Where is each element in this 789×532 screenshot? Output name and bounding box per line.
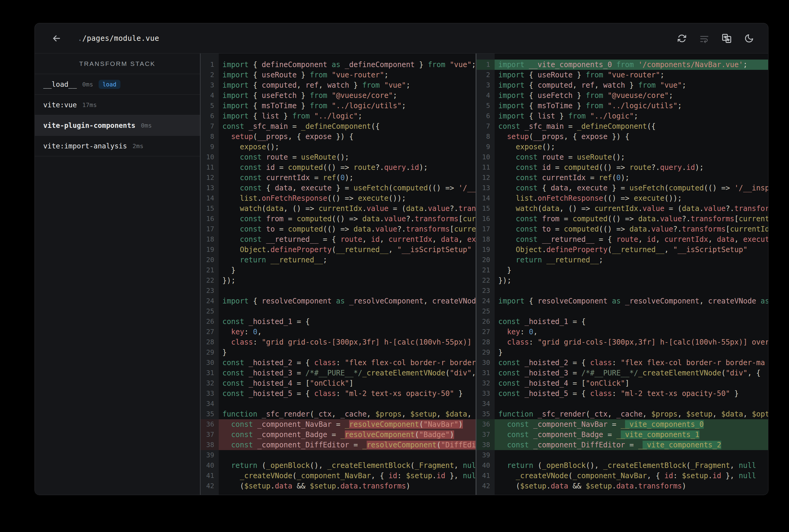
sidebar-item-vite-vue[interactable]: vite:vue17ms [35,95,200,115]
code-line: 38 const _component_DiffEditor = _resolv… [201,440,476,450]
line-number: 20 [476,255,495,265]
line-number: 14 [476,193,495,204]
line-number: 11 [201,162,219,173]
code-line: 11 const id = computed(() => route?.quer… [476,162,768,173]
code-text: } [495,265,768,276]
line-number: 42 [201,481,219,491]
line-number: 25 [476,306,495,317]
code-line: 3import { computed, ref, watch } from "v… [201,80,476,90]
code-text: const _hoisted_1 = { [219,317,476,327]
code-text: list.onFetchResponse(() => execute()); [495,193,768,204]
line-number: 36 [476,419,495,430]
code-line: 31const _hoisted_3 = /*#__PURE__*/_creat… [476,368,768,378]
diff-panels-button[interactable] [721,33,732,43]
code-line: 27 key: 0, [201,327,476,337]
line-number: 2 [476,70,495,80]
wrap-lines-icon [699,34,709,43]
code-line: 6import { list } from "../logic"; [476,111,768,121]
code-line: 1import { defineComponent as _defineComp… [201,60,476,70]
code-text: return __returned__; [495,255,768,265]
line-number: 23 [476,286,495,296]
code-line: 40 return (_openBlock(), _createElementB… [201,460,476,471]
code-text [219,286,476,296]
code-line: 27 key: 0, [476,327,768,337]
code-text: } [219,347,476,358]
code-line: 22}); [201,276,476,286]
code-text: import { defineComponent as _defineCompo… [219,60,476,70]
code-line: 30const _hoisted_2 = { class: "flex flex… [201,358,476,368]
file-title-prefix: . [78,34,82,43]
code-line: 35function _sfc_render(_ctx, _cache, $pr… [201,409,476,419]
line-number: 5 [201,101,219,111]
code-line: 7const _sfc_main = _defineComponent({ [201,121,476,132]
code-line: 14 list.onFetchResponse(() => execute())… [476,193,768,204]
code-text: const _component_Badge = __vite_componen… [495,430,768,440]
code-text: expose(); [219,142,476,152]
code-text: import __vite_components_0 from '/compon… [495,60,768,70]
line-number: 28 [201,337,219,347]
wrap-lines-button[interactable] [699,33,710,43]
code-text: const from = computed(() => data.value?.… [219,214,476,224]
code-text: watch(data, () => currentIdx.value = (da… [495,204,768,214]
code-line: 12 const currentIdx = ref(0); [476,173,768,183]
sidebar-item-vite-import-analysis[interactable]: vite:import-analysis2ms [35,136,200,156]
code-line: 16 const from = computed(() => data.valu… [476,214,768,224]
line-number: 24 [201,296,219,306]
code-line: 22}); [476,276,768,286]
code-line: 2import { useRoute } from "vue-router"; [476,70,768,80]
code-line: 36 const _component_NavBar = __vite_comp… [476,419,768,430]
line-number: 15 [201,204,219,214]
code-line: 15 watch(data, () => currentIdx.value = … [476,204,768,214]
code-text: const _hoisted_3 = /*#__PURE__*/_createE… [495,368,768,378]
code-line: 28 class: "grid grid-cols-[300px,3fr] h-… [476,337,768,347]
line-number: 30 [476,358,495,368]
code-text [495,286,768,296]
code-line: 10 const route = useRoute(); [476,152,768,162]
sidebar-item-load[interactable]: __load__0msload [35,74,200,95]
code-line: 32const _hoisted_4 = ["onClick"] [201,378,476,388]
code-line: 4import { useFetch } from "@vueuse/core"… [201,90,476,101]
line-number: 3 [201,80,219,90]
refresh-icon [677,34,687,43]
code-line: 7const _sfc_main = _defineComponent({ [476,121,768,132]
refresh-button[interactable] [677,33,687,43]
code-line: 31const _hoisted_3 = /*#__PURE__*/_creat… [201,368,476,378]
code-line: 19 Object.defineProperty(__returned__, "… [476,245,768,255]
line-number: 7 [201,121,219,132]
load-badge: load [98,80,121,89]
sidebar-item-vite-plugin-components[interactable]: vite-plugin-components0ms [35,115,200,136]
code-text: const _hoisted_2 = { class: "flex flex-c… [495,358,768,368]
transform-stack-header: TRANSFORM STACK [35,54,200,74]
line-number: 6 [476,111,495,121]
code-text: setup(__props, { expose }) { [495,132,768,142]
code-text: const _component_NavBar = _resolveCompon… [219,419,476,430]
code-text: } [495,347,768,358]
line-number: 1 [476,60,495,70]
code-line: 4import { useFetch } from "@vueuse/core"… [476,90,768,101]
code-line: 41 _createVNode(_component_NavBar, { id:… [201,471,476,481]
line-number: 26 [201,317,219,327]
code-line: 29} [476,347,768,358]
theme-toggle-button[interactable] [744,33,754,43]
line-number: 40 [201,460,219,471]
line-number: 2 [201,70,219,80]
code-text: import { resolveComponent as _resolveCom… [219,296,476,306]
transformed-code-panel[interactable]: 1import __vite_components_0 from '/compo… [476,54,768,495]
code-line: 17 const to = computed(() => data.value?… [476,224,768,234]
back-button[interactable] [51,32,62,44]
plugin-time: 0ms [82,81,93,88]
code-line: 21 } [476,265,768,276]
code-text: const _hoisted_1 = { [495,317,768,327]
line-number: 19 [476,245,495,255]
line-number: 9 [201,142,219,152]
code-text: ($setup.data && $setup.data.transforms) [219,481,476,491]
source-code-panel[interactable]: 1import { defineComponent as _defineComp… [201,54,476,495]
code-line: 41 _createVNode(_component_NavBar, { id:… [476,471,768,481]
code-line: 25 [476,306,768,317]
code-line: 9 expose(); [201,142,476,152]
line-number: 29 [476,347,495,358]
code-text: const id = computed(() => route?.query.i… [495,162,768,173]
code-text: Object.defineProperty(__returned__, "__i… [219,245,476,255]
code-line: 40 return (_openBlock(), _createElementB… [476,460,768,471]
line-number: 31 [201,368,219,378]
